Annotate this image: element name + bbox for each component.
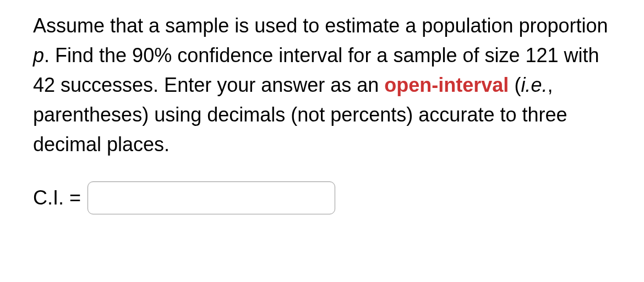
- question-part3: (: [509, 74, 521, 96]
- answer-row: C.I. =: [33, 181, 611, 214]
- italic-ie: i.e.: [521, 74, 547, 96]
- ci-label: C.I. =: [33, 183, 81, 213]
- variable-p: p: [33, 44, 44, 67]
- ci-input[interactable]: [88, 181, 335, 214]
- question-text: Assume that a sample is used to estimate…: [33, 11, 611, 159]
- question-part1: Assume that a sample is used to estimate…: [33, 14, 608, 37]
- emphasis-open-interval: open-interval: [384, 74, 509, 96]
